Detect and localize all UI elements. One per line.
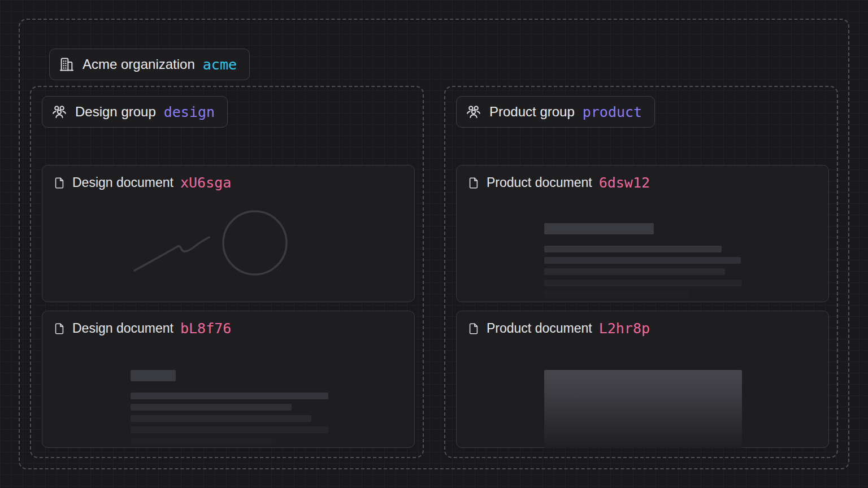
skeleton-line <box>131 393 328 399</box>
building-icon <box>59 56 75 72</box>
skeleton-title <box>131 370 176 381</box>
file-icon <box>467 323 480 335</box>
users-icon <box>51 104 67 120</box>
document-id: bL8f76 <box>180 320 231 337</box>
group-design: Design group design Design document xU6s… <box>30 86 424 458</box>
skeleton-line <box>131 438 275 445</box>
document-header: Product document L2hr8p <box>467 320 650 337</box>
skeleton-line <box>544 257 741 264</box>
organization-label: Acme organization <box>83 56 195 72</box>
document-header: Product document 6dsw12 <box>467 175 650 191</box>
sketch-doodle <box>42 165 415 303</box>
document-label: Product document <box>487 175 592 190</box>
group-id: design <box>164 104 215 120</box>
skeleton-line <box>544 291 689 298</box>
image-placeholder <box>544 370 742 448</box>
skeleton-line <box>544 246 722 252</box>
document-card-bL8f76: Design document bL8f76 <box>42 311 415 448</box>
design-group-badge: Design group design <box>42 96 228 128</box>
document-label: Design document <box>72 321 173 336</box>
skeleton-line <box>131 404 292 411</box>
document-id: L2hr8p <box>599 320 650 337</box>
document-card-L2hr8p: Product document L2hr8p <box>456 311 829 448</box>
users-icon <box>466 104 481 120</box>
skeleton-title <box>544 223 654 234</box>
skeleton-line <box>544 268 725 275</box>
product-group-badge: Product group product <box>456 96 655 128</box>
document-card-xU6sga: Design document xU6sga <box>42 165 415 302</box>
canvas: { "org": { "icon": "building-icon", "lab… <box>0 0 868 488</box>
group-label: Design group <box>75 104 156 120</box>
document-card-6dsw12: Product document 6dsw12 <box>456 165 829 302</box>
organization-id: acme <box>203 56 237 73</box>
group-product: Product group product Product document 6… <box>444 86 838 458</box>
document-id: 6dsw12 <box>599 175 650 191</box>
skeleton-line <box>544 280 742 286</box>
skeleton-line <box>131 426 328 433</box>
document-header: Design document bL8f76 <box>53 320 231 337</box>
group-label: Product group <box>489 104 575 120</box>
document-label: Product document <box>487 321 592 336</box>
file-icon <box>53 323 66 335</box>
group-id: product <box>583 104 642 120</box>
skeleton-line <box>131 415 311 422</box>
file-icon <box>467 177 480 189</box>
organization-badge: Acme organization acme <box>49 49 250 80</box>
